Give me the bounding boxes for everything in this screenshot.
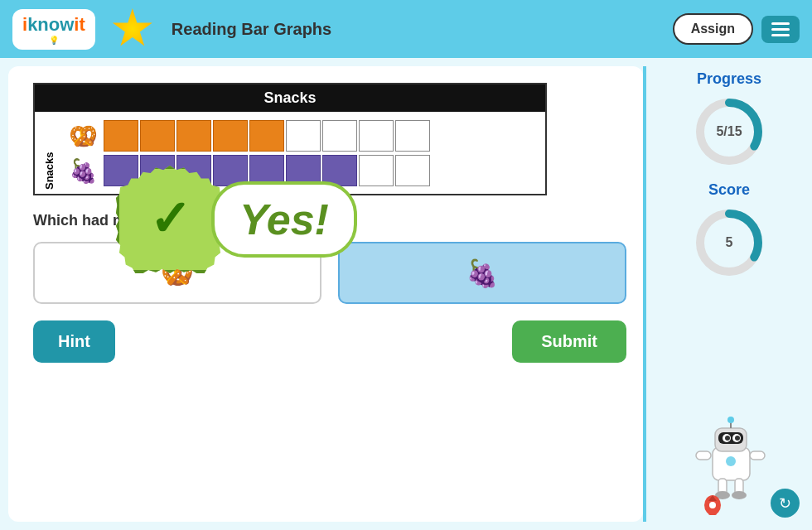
answer-grapes[interactable]: 🍇	[338, 242, 626, 304]
svg-rect-10	[750, 451, 765, 460]
submit-button[interactable]: Submit	[512, 320, 626, 363]
logo: iknowit 💡	[12, 9, 95, 50]
main-content: Snacks Snacks 🥨	[0, 58, 812, 530]
yes-overlay: ✓ Yes!	[116, 166, 357, 273]
logo-area: iknowit 💡 Reading Bar Graphs	[12, 8, 331, 50]
robot-mascot	[684, 410, 775, 501]
hamburger-line-2	[771, 28, 790, 31]
cell	[359, 120, 394, 152]
cell	[286, 120, 321, 152]
progress-donut: 5/15	[692, 94, 766, 169]
score-label: Score	[708, 181, 750, 199]
svg-point-5	[725, 436, 730, 441]
hint-button[interactable]: Hint	[33, 320, 115, 363]
svg-point-14	[732, 491, 747, 499]
grapes-answer-icon: 🍇	[466, 258, 499, 289]
lesson-title: Reading Bar Graphs	[172, 20, 331, 39]
cell	[322, 120, 357, 152]
pretzel-icon: 🥨	[62, 123, 104, 150]
score-donut: 5	[692, 205, 766, 280]
cell	[359, 155, 394, 186]
svg-point-19	[709, 502, 716, 508]
hamburger-line-1	[771, 22, 790, 25]
bottom-buttons: Hint Submit	[33, 320, 626, 363]
cell	[249, 120, 284, 152]
svg-rect-18	[708, 510, 717, 515]
progress-value: 5/15	[716, 124, 742, 139]
score-value: 5	[726, 235, 733, 250]
star-icon	[112, 8, 153, 50]
robot-area	[684, 410, 775, 518]
chart-row-pretzel: 🥨	[62, 120, 537, 152]
hamburger-line-3	[771, 34, 790, 36]
yes-text: Yes!	[239, 195, 329, 243]
svg-point-15	[726, 456, 736, 466]
nav-right-button[interactable]: ↻	[771, 489, 800, 518]
right-panel: Progress 5/15 Score 5	[646, 58, 812, 530]
svg-point-6	[735, 436, 740, 441]
cell	[395, 155, 430, 186]
assign-button[interactable]: Assign	[673, 13, 753, 45]
cell	[213, 120, 248, 152]
score-section: Score 5	[692, 181, 766, 280]
grapes-icon-chart: 🍇	[62, 157, 104, 185]
cell	[104, 120, 138, 152]
header-right: Assign	[673, 13, 800, 45]
checkmark-icon: ✓	[149, 195, 191, 244]
svg-rect-9	[696, 451, 711, 460]
rocket-icon	[700, 493, 725, 518]
progress-label: Progress	[697, 70, 761, 88]
svg-point-8	[727, 417, 734, 423]
checkmark-badge: ✓	[116, 166, 224, 273]
progress-section: Progress 5/15	[692, 70, 766, 169]
cell	[176, 120, 211, 152]
pretzel-bar	[104, 120, 430, 152]
header: iknowit 💡 Reading Bar Graphs Assign	[0, 0, 812, 58]
nav-right-icon: ↻	[779, 494, 791, 513]
yes-bubble: Yes!	[211, 181, 357, 258]
menu-button[interactable]	[761, 16, 800, 43]
badge-serrated: ✓	[116, 166, 224, 273]
cell	[140, 120, 175, 152]
left-panel: Snacks Snacks 🥨	[8, 66, 643, 522]
chart-title: Snacks	[35, 84, 545, 112]
y-axis-label: Snacks	[43, 120, 56, 190]
cell	[395, 120, 430, 152]
